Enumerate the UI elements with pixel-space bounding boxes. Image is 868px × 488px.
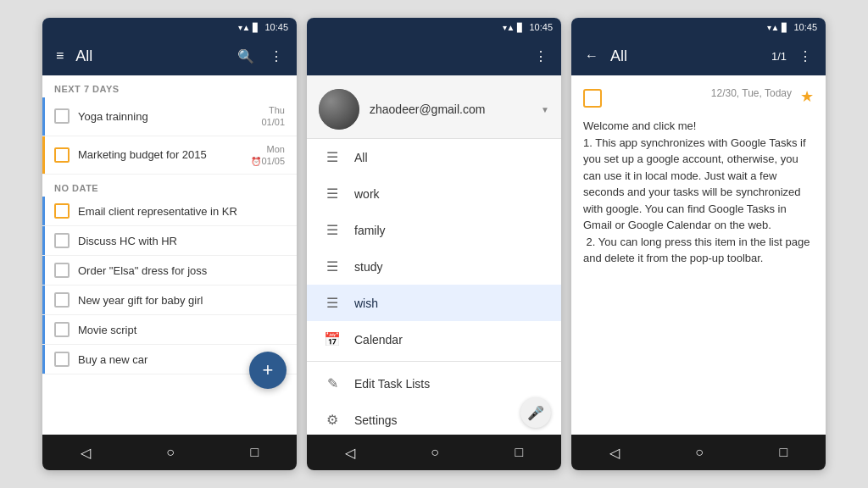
more-icon-1[interactable]: ⋮	[266, 45, 287, 68]
bottom-nav-3: ◁ ○ □	[571, 435, 826, 470]
signal-icon: ▾▲	[238, 23, 251, 32]
section-label-nodate: NO DATE	[42, 175, 297, 197]
detail-view: 12/30, Tue, Today ★ Welcome and click me…	[571, 75, 826, 279]
task-item[interactable]: New year gift for baby girl	[42, 286, 297, 315]
home-nav-button[interactable]: ○	[166, 445, 175, 460]
menu-label-family: family	[354, 224, 386, 237]
more-icon-3[interactable]: ⋮	[795, 45, 815, 68]
back-nav-button[interactable]: ◁	[81, 445, 91, 461]
battery-icon-3: ▊	[782, 23, 788, 32]
phone-2: ▾▲ ▊ 10:45 ⋮ zhaodeer@gmail.com ▼ ☰ All …	[307, 18, 561, 470]
mic-button[interactable]: 🎤	[520, 397, 551, 428]
page-title-1: All	[75, 47, 225, 65]
menu-icon-study: ☰	[324, 258, 341, 274]
task-date: Mon⏰01/05	[251, 143, 285, 168]
color-bar	[42, 97, 45, 136]
task-text: Email client representative in KR	[78, 205, 285, 218]
menu-label-settings: Settings	[354, 413, 398, 427]
page-title-3: All	[610, 47, 763, 65]
task-text: Movie script	[78, 324, 285, 336]
task-item[interactable]: Order "Elsa" dress for joss	[42, 256, 297, 286]
detail-checkbox[interactable]	[583, 89, 602, 108]
battery-icon-2: ▊	[517, 23, 524, 32]
detail-header: 12/30, Tue, Today ★	[583, 87, 814, 108]
search-icon[interactable]: 🔍	[234, 45, 258, 68]
status-time-3: 10:45	[793, 22, 817, 32]
status-time-2: 10:45	[529, 22, 553, 32]
page-count: 1/1	[771, 50, 787, 63]
menu-label-edit-tasks: Edit Task Lists	[354, 377, 430, 391]
task-text: New year gift for baby girl	[78, 294, 285, 307]
task-item[interactable]: Marketing budget for 2015 Mon⏰01/05	[42, 136, 297, 175]
menu-item-work[interactable]: ☰ work	[307, 175, 561, 212]
back-icon[interactable]: ←	[581, 45, 602, 67]
status-bar-1: ▾▲ ▊ 10:45	[42, 18, 297, 36]
menu-icon[interactable]: ≡	[53, 45, 67, 67]
task-checkbox[interactable]	[54, 203, 70, 219]
star-icon[interactable]: ★	[800, 87, 814, 106]
home-nav-button-3[interactable]: ○	[695, 445, 704, 460]
more-icon-2[interactable]: ⋮	[531, 45, 551, 68]
task-checkbox[interactable]	[54, 322, 70, 337]
task-checkbox[interactable]	[54, 147, 70, 163]
color-bar	[42, 256, 45, 285]
phones-container: ▾▲ ▊ 10:45 ≡ All 🔍 ⋮ NEXT 7 DAYS Yoga tr…	[0, 0, 868, 488]
task-text: Discuss HC with HR	[78, 235, 285, 247]
recents-nav-button-3[interactable]: □	[780, 445, 788, 460]
menu-label-study: study	[354, 260, 382, 274]
user-avatar	[319, 89, 359, 130]
detail-date: 12/30, Tue, Today	[610, 87, 792, 99]
phone-3: ▾▲ ▊ 10:45 ← All 1/1 ⋮ 12/30, Tue, Today…	[571, 18, 826, 470]
menu-label-wish: wish	[354, 297, 378, 310]
menu-item-wish[interactable]: ☰ wish	[307, 285, 561, 321]
color-bar	[42, 136, 45, 175]
task-checkbox[interactable]	[54, 233, 70, 248]
color-bar	[42, 315, 45, 344]
menu-label-work: work	[354, 187, 380, 201]
menu-item-edit-tasks[interactable]: ✎ Edit Task Lists	[307, 365, 561, 402]
signal-icon-2: ▾▲	[503, 23, 515, 32]
status-icons-2: ▾▲ ▊	[503, 23, 525, 32]
task-checkbox[interactable]	[54, 352, 70, 367]
task-item[interactable]: Email client representative in KR	[42, 197, 297, 226]
fab-button[interactable]: +	[249, 352, 287, 389]
detail-content-area: 12/30, Tue, Today ★ Welcome and click me…	[571, 75, 826, 435]
recents-nav-button[interactable]: □	[251, 445, 259, 460]
avatar-image	[319, 89, 359, 130]
menu-item-study[interactable]: ☰ study	[307, 248, 561, 285]
dropdown-arrow[interactable]: ▼	[541, 105, 549, 114]
task-date: Thu01/01	[261, 104, 285, 129]
nav-menu: ☰ All ☰ work ☰ family ☰ study ☰ wish 📅 C…	[307, 139, 561, 435]
task-text: Order "Elsa" dress for joss	[78, 264, 285, 277]
back-nav-button-3[interactable]: ◁	[609, 445, 620, 461]
home-nav-button-2[interactable]: ○	[431, 445, 439, 460]
bottom-nav-2: ◁ ○ □	[307, 435, 561, 470]
color-bar	[42, 345, 45, 374]
menu-item-calendar[interactable]: 📅 Calendar	[307, 321, 561, 358]
back-nav-button-2[interactable]: ◁	[345, 445, 355, 461]
task-list: NEXT 7 DAYS Yoga trainning Thu01/01 Mark…	[42, 75, 297, 374]
menu-item-all[interactable]: ☰ All	[307, 139, 561, 175]
task-item[interactable]: Movie script	[42, 315, 297, 345]
menu-icon-calendar: 📅	[324, 331, 341, 347]
status-icons-1: ▾▲ ▊	[238, 23, 260, 32]
task-item[interactable]: Yoga trainning Thu01/01	[42, 97, 297, 136]
color-bar	[42, 226, 45, 255]
phone-1-content: NEXT 7 DAYS Yoga trainning Thu01/01 Mark…	[42, 75, 297, 435]
menu-label-all: All	[354, 151, 368, 164]
task-checkbox[interactable]	[54, 108, 70, 124]
top-bar-3: ← All 1/1 ⋮	[571, 36, 826, 75]
menu-header: zhaodeer@gmail.com ▼	[307, 75, 561, 139]
signal-icon-3: ▾▲	[767, 23, 780, 32]
menu-item-family[interactable]: ☰ family	[307, 212, 561, 248]
bottom-nav-1: ◁ ○ □	[42, 435, 297, 470]
task-item[interactable]: Discuss HC with HR	[42, 226, 297, 256]
task-checkbox[interactable]	[54, 263, 70, 278]
recents-nav-button-2[interactable]: □	[515, 445, 524, 460]
menu-icon-settings: ⚙	[324, 412, 341, 428]
menu-icon-wish: ☰	[324, 295, 341, 311]
task-checkbox[interactable]	[54, 292, 70, 308]
color-bar	[42, 197, 45, 225]
menu-divider	[307, 361, 561, 362]
task-text: Yoga trainning	[78, 110, 253, 123]
